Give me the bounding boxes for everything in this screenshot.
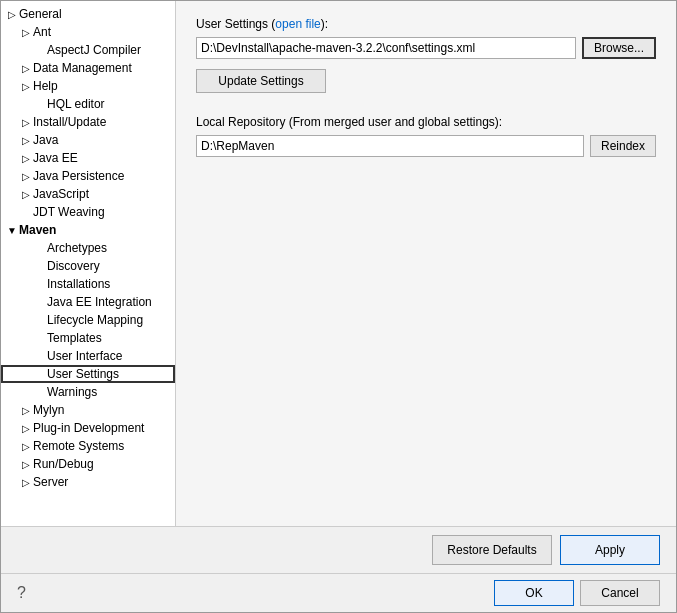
sidebar-item-javascript[interactable]: ▷ JavaScript — [1, 185, 175, 203]
sidebar-label-mylyn: Mylyn — [33, 403, 171, 417]
sidebar-label-user-settings: User Settings — [47, 367, 171, 381]
sidebar-item-maven[interactable]: ▼ Maven — [1, 221, 175, 239]
arrow-java-ee: ▷ — [19, 153, 33, 164]
ok-button[interactable]: OK — [494, 580, 574, 606]
arrow-javascript: ▷ — [19, 189, 33, 200]
arrow-ant: ▷ — [19, 27, 33, 38]
arrow-data-management: ▷ — [19, 63, 33, 74]
sidebar-label-aspectj-compiler: AspectJ Compiler — [47, 43, 171, 57]
sidebar-label-help: Help — [33, 79, 171, 93]
sidebar-item-user-interface[interactable]: User Interface — [1, 347, 175, 365]
user-settings-path-input[interactable] — [196, 37, 576, 59]
update-settings-button[interactable]: Update Settings — [196, 69, 326, 93]
reindex-button[interactable]: Reindex — [590, 135, 656, 157]
sidebar-label-templates: Templates — [47, 331, 171, 345]
main-content-area: User Settings (open file): Browse... Upd… — [176, 1, 676, 526]
arrow-help: ▷ — [19, 81, 33, 92]
arrow-general: ▷ — [5, 9, 19, 20]
bottom-action-bar: Restore Defaults Apply — [1, 526, 676, 573]
sidebar-item-installations[interactable]: Installations — [1, 275, 175, 293]
sidebar-label-java-ee-integration: Java EE Integration — [47, 295, 171, 309]
sidebar-item-plugin-development[interactable]: ▷ Plug-in Development — [1, 419, 175, 437]
browse-button[interactable]: Browse... — [582, 37, 656, 59]
sidebar-item-warnings[interactable]: Warnings — [1, 383, 175, 401]
sidebar-item-data-management[interactable]: ▷ Data Management — [1, 59, 175, 77]
preferences-dialog: ▷ General ▷ Ant AspectJ Compiler ▷ Data … — [0, 0, 677, 613]
sidebar-label-java: Java — [33, 133, 171, 147]
sidebar-item-archetypes[interactable]: Archetypes — [1, 239, 175, 257]
sidebar-item-general[interactable]: ▷ General — [1, 5, 175, 23]
sidebar-item-java-ee-integration[interactable]: Java EE Integration — [1, 293, 175, 311]
cancel-button[interactable]: Cancel — [580, 580, 660, 606]
sidebar-item-aspectj-compiler[interactable]: AspectJ Compiler — [1, 41, 175, 59]
arrow-plugin: ▷ — [19, 423, 33, 434]
sidebar-item-user-settings[interactable]: User Settings — [1, 365, 175, 383]
sidebar-item-discovery[interactable]: Discovery — [1, 257, 175, 275]
sidebar-label-lifecycle-mapping: Lifecycle Mapping — [47, 313, 171, 327]
sidebar-item-hql-editor[interactable]: HQL editor — [1, 95, 175, 113]
local-repo-header: Local Repository (From merged user and g… — [196, 115, 656, 129]
restore-defaults-button[interactable]: Restore Defaults — [432, 535, 552, 565]
help-icon[interactable]: ? — [17, 584, 26, 602]
sidebar-label-plugin-development: Plug-in Development — [33, 421, 171, 435]
open-file-link[interactable]: open file — [275, 17, 320, 31]
sidebar-label-javascript: JavaScript — [33, 187, 171, 201]
sidebar-label-install-update: Install/Update — [33, 115, 171, 129]
sidebar-item-run-debug[interactable]: ▷ Run/Debug — [1, 455, 175, 473]
arrow-run-debug: ▷ — [19, 459, 33, 470]
user-settings-label-suffix: ): — [321, 17, 328, 31]
sidebar-label-general: General — [19, 7, 171, 21]
sidebar-label-server: Server — [33, 475, 171, 489]
sidebar-item-server[interactable]: ▷ Server — [1, 473, 175, 491]
sidebar-item-ant[interactable]: ▷ Ant — [1, 23, 175, 41]
local-repo-input-row: Reindex — [196, 135, 656, 157]
sidebar-label-run-debug: Run/Debug — [33, 457, 171, 471]
footer-buttons: OK Cancel — [494, 580, 660, 606]
sidebar-label-maven: Maven — [19, 223, 171, 237]
sidebar-label-java-ee: Java EE — [33, 151, 171, 165]
sidebar-label-data-management: Data Management — [33, 61, 171, 75]
apply-button[interactable]: Apply — [560, 535, 660, 565]
arrow-java: ▷ — [19, 135, 33, 146]
dialog-footer: ? OK Cancel — [1, 573, 676, 612]
sidebar-label-jdt-weaving: JDT Weaving — [33, 205, 171, 219]
sidebar-item-templates[interactable]: Templates — [1, 329, 175, 347]
arrow-maven: ▼ — [5, 225, 19, 236]
arrow-server: ▷ — [19, 477, 33, 488]
dialog-body: ▷ General ▷ Ant AspectJ Compiler ▷ Data … — [1, 1, 676, 526]
arrow-java-persistence: ▷ — [19, 171, 33, 182]
local-repo-path-input[interactable] — [196, 135, 584, 157]
sidebar-item-jdt-weaving[interactable]: JDT Weaving — [1, 203, 175, 221]
sidebar-label-warnings: Warnings — [47, 385, 171, 399]
sidebar-label-ant: Ant — [33, 25, 171, 39]
sidebar-label-user-interface: User Interface — [47, 349, 171, 363]
sidebar-item-mylyn[interactable]: ▷ Mylyn — [1, 401, 175, 419]
sidebar-label-remote-systems: Remote Systems — [33, 439, 171, 453]
local-repo-section: Local Repository (From merged user and g… — [196, 115, 656, 157]
sidebar-label-hql-editor: HQL editor — [47, 97, 171, 111]
user-settings-section: User Settings (open file): Browse... Upd… — [196, 17, 656, 93]
sidebar-label-discovery: Discovery — [47, 259, 171, 273]
arrow-mylyn: ▷ — [19, 405, 33, 416]
sidebar-tree: ▷ General ▷ Ant AspectJ Compiler ▷ Data … — [1, 1, 176, 526]
sidebar-item-java-persistence[interactable]: ▷ Java Persistence — [1, 167, 175, 185]
user-settings-input-row: Browse... — [196, 37, 656, 59]
sidebar-item-java[interactable]: ▷ Java — [1, 131, 175, 149]
sidebar-label-installations: Installations — [47, 277, 171, 291]
user-settings-label-prefix: User Settings ( — [196, 17, 275, 31]
arrow-install: ▷ — [19, 117, 33, 128]
sidebar-item-lifecycle-mapping[interactable]: Lifecycle Mapping — [1, 311, 175, 329]
sidebar-label-archetypes: Archetypes — [47, 241, 171, 255]
arrow-remote: ▷ — [19, 441, 33, 452]
sidebar-item-help[interactable]: ▷ Help — [1, 77, 175, 95]
sidebar-item-java-ee[interactable]: ▷ Java EE — [1, 149, 175, 167]
sidebar-item-install-update[interactable]: ▷ Install/Update — [1, 113, 175, 131]
sidebar-label-java-persistence: Java Persistence — [33, 169, 171, 183]
sidebar-item-remote-systems[interactable]: ▷ Remote Systems — [1, 437, 175, 455]
user-settings-header: User Settings (open file): — [196, 17, 656, 31]
